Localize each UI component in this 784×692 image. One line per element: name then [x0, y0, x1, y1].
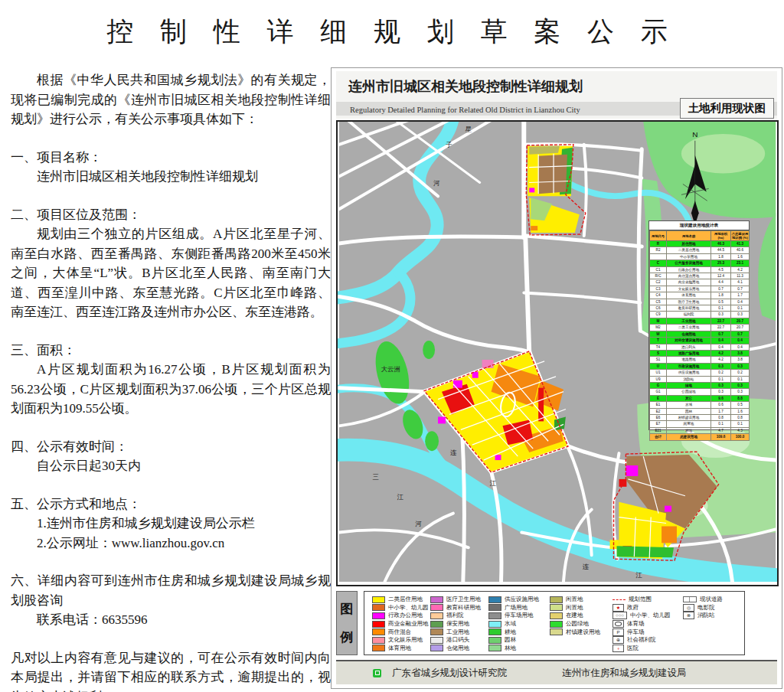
legend-label: 仓储用地: [446, 645, 469, 652]
legend-column: 二类居住用地中小学、幼儿园行政办公用地商业金融业用地商住混合文化娱乐用地体育用地: [372, 596, 430, 654]
legend-swatch: [430, 596, 443, 603]
legend-label: 消防站: [697, 612, 715, 619]
table-row: U9消防站0.10.1: [650, 376, 750, 382]
legend-label: 行政办公用地: [388, 612, 423, 619]
legend-label: 医疗卫生用地: [446, 596, 481, 603]
svg-text:江: 江: [635, 571, 642, 579]
section-heading: 四、公示有效时间：: [11, 437, 331, 457]
table-row: C2商业金融用地4.44.1: [650, 279, 750, 286]
legend-label: 医院: [627, 645, 639, 652]
legend-label: 教育科研用地: [446, 604, 481, 612]
legend-swatch: [488, 596, 501, 603]
legend-title-char: 图: [341, 600, 354, 618]
legend-item: 行政办公用地: [372, 612, 430, 620]
legend-item: ★政府: [612, 604, 683, 612]
legend-swatch: [372, 612, 385, 619]
legend-swatch: [372, 628, 385, 635]
map-title: 连州市旧城区相关地段控制性详细规划: [336, 71, 777, 96]
legend-label: 园林: [505, 636, 516, 644]
section-line: 联系电话：6635596: [11, 610, 331, 630]
电影院-icon: ◎: [683, 604, 694, 612]
legend-swatch: [372, 637, 385, 644]
land-use-map: 星 子 河 大云洲 三 江 河 连 江 连 江 N: [336, 120, 779, 586]
legend-column: 闲置地闲置地在建地公园绿地村镇建设用地: [550, 596, 612, 654]
table-row: T4港口码头0.40.4: [650, 344, 750, 350]
legend-column: 供应设施用地广场用地停车场用地水域耕地园林林地: [488, 596, 550, 654]
停车场-icon: P: [612, 628, 624, 636]
table-row: C5医疗卫生用地0.50.4: [650, 299, 750, 305]
table-row: E21耕地4.74.3: [650, 427, 750, 433]
table-row: M2二类工业用地22.720.7: [650, 325, 750, 331]
table-row: E2园林1.71.6: [650, 408, 750, 414]
svg-text:江: 江: [397, 493, 403, 501]
section-heading: 六、详细内容可到连州市住房和城乡规划建设局城乡规划股咨询: [11, 571, 331, 610]
legend-label: 村镇建设用地: [566, 628, 600, 636]
legend-label: 商业金融业用地: [388, 620, 429, 628]
legend-label: 体育用地: [388, 645, 411, 652]
legend-swatch: [550, 596, 563, 603]
table-row: R/C商住混合用地12.411.3: [650, 273, 750, 279]
legend-item: 村镇建设用地: [550, 628, 612, 636]
svg-text:河: 河: [433, 179, 440, 187]
legend-item: 体育场: [612, 620, 683, 628]
legend-item: 仓储用地: [430, 645, 488, 653]
svg-text:江: 江: [490, 479, 497, 487]
legend-item: 现状道路: [683, 596, 744, 604]
legend-item: 港口码头: [430, 636, 488, 645]
legend-swatch: [372, 596, 385, 603]
legend-label: 工业用地: [446, 628, 469, 636]
table-row: E其它9.68.8: [650, 395, 750, 401]
legend-item: 教育科研用地: [430, 604, 488, 612]
legend-item: 规划范围: [612, 596, 683, 604]
svg-text:连: 连: [583, 563, 590, 570]
legend-label: 林地: [505, 645, 516, 652]
section-line: 2.公示网址：www.lianzhou.gov.cn: [11, 534, 331, 553]
table-row: S道路广场用地4.23.8: [650, 350, 750, 356]
table-row: R居住用地46.341.3: [650, 241, 750, 247]
医院-icon: ＋: [612, 645, 624, 652]
legend-label: 福利院: [446, 612, 464, 619]
stats-header-cell: 用地名称: [667, 231, 711, 241]
legend-item: ⊕社会福利院: [612, 636, 683, 645]
road-icon: [683, 596, 697, 602]
消防站-icon: ⊗: [683, 612, 694, 619]
legend-label: 保安用地: [446, 620, 469, 628]
table-row: G绿地0.30.3: [650, 382, 750, 388]
legend-item: 中小学、幼儿园: [372, 604, 430, 612]
legend-item: 商业金融业用地: [372, 620, 430, 628]
legend-swatch: [372, 645, 385, 651]
legend-item: 保安用地: [430, 620, 488, 628]
legend-swatch: [550, 612, 563, 619]
stats-header-cell: 占总建设用地比例 (%): [731, 231, 750, 241]
legend-item: 停车场用地: [488, 612, 550, 620]
legend-swatch: [488, 604, 501, 611]
legend-item: P停车场: [612, 628, 683, 636]
legend-swatch: [430, 645, 443, 651]
legend-label: 在建地: [566, 612, 583, 619]
legend-item: 体育用地: [372, 645, 430, 653]
plan-boundary-icon: [612, 599, 626, 600]
table-row: T对外交通设施用地0.40.4: [650, 338, 750, 344]
legend-item: 园林: [488, 636, 550, 645]
legend-swatch: [488, 645, 501, 651]
legend-label: 供应设施用地: [505, 596, 539, 603]
legend-label: 政府: [627, 604, 639, 612]
page-title: 控 制 性 详 细 规 划 草 案 公 示: [0, 14, 784, 50]
svg-text:三: 三: [373, 473, 379, 481]
map-type-label: 土地利用现状图: [680, 98, 775, 119]
table-row: E1水域0.60.5: [650, 402, 750, 408]
legend-column: 规划范围★政府○○○中小学、幼儿园体育场P停车场⊕社会福利院＋医院: [612, 596, 683, 654]
legend-label: 广场用地: [505, 604, 528, 612]
table-row: 合计总建设用地109.6100.0: [650, 434, 750, 440]
svg-text:河: 河: [415, 520, 422, 527]
legend-item: 工业用地: [430, 628, 488, 636]
legend-item: 医疗卫生用地: [430, 596, 488, 604]
section-line: 规划由三个独立的片区组成。A片区北至星子河、南至白水路、西至番禺路、东侧距番禺路…: [11, 224, 331, 322]
legend-title-char: 例: [341, 628, 354, 646]
legend-label: 停车场用地: [505, 612, 534, 619]
table-row: C4体育用地1.81.7: [650, 292, 750, 299]
map-legend: 图 例 二类居住用地中小学、幼儿园行政办公用地商业金融业用地商住混合文化娱乐用地…: [336, 591, 777, 655]
map-header: 连州市旧城区相关地段控制性详细规划 Regulatory Detailed Pl…: [336, 71, 777, 119]
社会福利院-icon: ⊕: [612, 636, 624, 644]
legend-swatch: [430, 612, 443, 619]
